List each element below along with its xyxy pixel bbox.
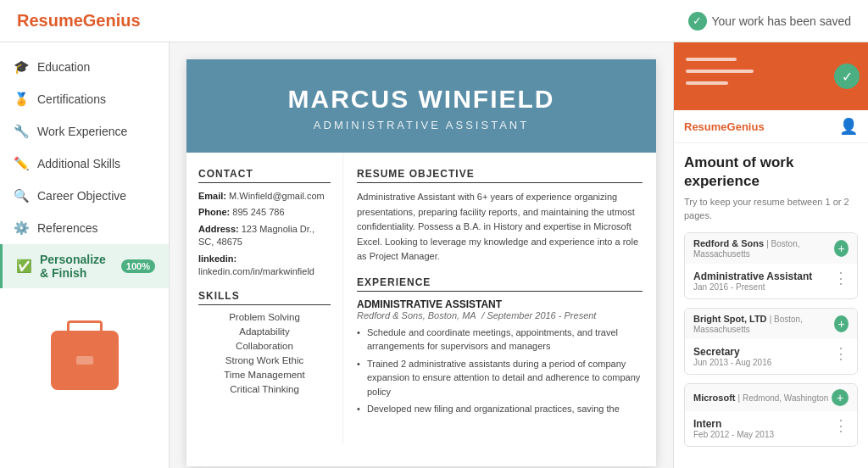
work-entry-header-0: Redford & Sons | Boston, Massachusetts + (685, 233, 857, 264)
resume-body: CONTACT Email: M.Winfield@gmail.com Phon… (186, 153, 656, 443)
add-entry-button-2[interactable]: + (832, 389, 849, 406)
sidebar-item-references[interactable]: ⚙️ References (0, 212, 169, 244)
sidebar-item-label: Personalize & Finish (40, 253, 113, 280)
logo-text-regular: Resume (17, 11, 83, 30)
work-experience-icon: 🔧 (14, 124, 29, 139)
save-status-text: Your work has been saved (712, 14, 851, 28)
save-status-bar: ✓ Your work has been saved (688, 12, 851, 31)
work-entry-2: Microsoft | Redmond, Washington + Intern… (684, 383, 858, 447)
contact-section-title: CONTACT (198, 168, 331, 183)
app-logo: ResumeGenius (17, 11, 141, 31)
certifications-icon: 🏅 (14, 92, 29, 107)
experience-title: EXPERIENCE (357, 276, 643, 292)
resume-card: MARCUS WINFIELD ADMINISTRATIVE ASSISTANT… (186, 59, 656, 466)
resume-right-col: RESUME OBJECTIVE Administrative Assistan… (343, 153, 656, 443)
right-panel: ✓ ResumeGenius 👤 Amount of work experien… (673, 42, 868, 468)
app-header: ResumeGenius ✓ Your work has been saved (0, 0, 868, 42)
panel-header: ResumeGenius 👤 (674, 110, 868, 143)
skill-item-2: Collaboration (198, 341, 331, 351)
references-icon: ⚙️ (14, 220, 29, 236)
resume-left-col: CONTACT Email: M.Winfield@gmail.com Phon… (186, 153, 343, 443)
panel-line-1 (686, 58, 737, 61)
sidebar-item-certifications[interactable]: 🏅 Certifications (0, 83, 169, 115)
skill-item-3: Strong Work Ethic (198, 355, 331, 365)
sidebar-item-label: Career Objective (37, 189, 155, 203)
sidebar-item-label: Education (37, 60, 155, 74)
work-entry-header-2: Microsoft | Redmond, Washington + (685, 384, 857, 411)
main-content: 🎓 Education 🏅 Certifications 🔧 Work Expe… (0, 42, 868, 468)
additional-skills-icon: ✏️ (14, 156, 29, 171)
sidebar-item-work-experience[interactable]: 🔧 Work Experience (0, 115, 169, 148)
panel-content: Amount of work experience Try to keep yo… (674, 143, 868, 465)
work-entry-body-1: Secretary Jun 2013 - Aug 2016 ⋮ (685, 339, 857, 374)
panel-line-2 (686, 70, 754, 73)
add-entry-button-1[interactable]: + (834, 315, 849, 332)
entry-title-1: Secretary (693, 346, 771, 358)
exp-bullet-2: Developed new filing and organizational … (357, 402, 643, 416)
resume-job-title: ADMINISTRATIVE ASSISTANT (203, 119, 639, 131)
top-check-button[interactable]: ✓ (834, 64, 860, 89)
entry-more-button-0[interactable]: ⋮ (833, 270, 849, 286)
sidebar-item-label: Additional Skills (37, 157, 155, 170)
exp-job-title: ADMINISTRATIVE ASSISTANT (357, 298, 643, 310)
sidebar-item-career-objective[interactable]: 🔍 Career Objective (0, 180, 169, 212)
sidebar-item-label: References (37, 221, 155, 235)
sidebar-item-additional-skills[interactable]: ✏️ Additional Skills (0, 148, 169, 180)
exp-bullet-1: Trained 2 administrative assistants duri… (357, 357, 643, 399)
email-field: Email: M.Winfield@gmail.com (198, 190, 331, 203)
entry-location-2: | Redmond, Washington (738, 393, 829, 403)
exp-bullet-0: Schedule and coordinate meetings, appoin… (357, 326, 643, 354)
progress-badge: 100% (121, 259, 155, 273)
work-entry-header-1: Bright Spot, LTD | Boston, Massachusetts… (685, 309, 857, 339)
career-objective-icon: 🔍 (14, 188, 29, 203)
panel-subtext: Try to keep your resume between 1 or 2 p… (684, 196, 858, 222)
resume-preview-area: MARCUS WINFIELD ADMINISTRATIVE ASSISTANT… (170, 42, 673, 468)
panel-heading: Amount of work experience (684, 153, 858, 191)
linkedin-field: linkedin: linkedin.com/in/markwinfield (198, 253, 331, 279)
skill-item-0: Problem Solving (198, 312, 331, 322)
experience-section: EXPERIENCE ADMINISTRATIVE ASSISTANT Redf… (357, 276, 643, 416)
skill-item-4: Time Management (198, 370, 331, 380)
briefcase-illustration (51, 331, 119, 390)
logo-text-accent: Genius (83, 11, 141, 30)
sidebar-item-label: Work Experience (37, 125, 155, 138)
sidebar-illustration (0, 288, 169, 407)
personalize-icon: ✅ (16, 259, 31, 274)
address-field: Address: 123 Magnolia Dr., SC, 48675 (198, 223, 331, 249)
entry-company-2: Microsoft (693, 393, 736, 403)
objective-section: RESUME OBJECTIVE Administrative Assistan… (357, 168, 643, 265)
skills-section-title: SKILLS (198, 290, 331, 305)
objective-title: RESUME OBJECTIVE (357, 168, 643, 183)
sidebar-item-education[interactable]: 🎓 Education (0, 51, 169, 83)
skill-item-5: Critical Thinking (198, 384, 331, 394)
work-entry-body-0: Administrative Assistant Jan 2016 - Pres… (685, 264, 857, 298)
phone-field: Phone: 895 245 786 (198, 206, 331, 219)
panel-top-decoration: ✓ (674, 42, 868, 110)
resume-header: MARCUS WINFIELD ADMINISTRATIVE ASSISTANT (186, 59, 656, 153)
entry-company-1: Bright Spot, LTD (693, 314, 767, 324)
entry-dates-0: Jan 2016 - Present (693, 282, 812, 292)
work-entry-0: Redford & Sons | Boston, Massachusetts +… (684, 232, 858, 299)
entry-title-0: Administrative Assistant (693, 270, 812, 282)
skill-item-1: Adaptability (198, 326, 331, 337)
entry-title-2: Intern (693, 418, 774, 430)
exp-company-dates: Redford & Sons, Boston, MA / September 2… (357, 310, 643, 320)
entry-more-button-2[interactable]: ⋮ (833, 418, 849, 433)
work-entry-1: Bright Spot, LTD | Boston, Massachusetts… (684, 308, 858, 375)
panel-logo: ResumeGenius (684, 120, 765, 133)
entry-dates-1: Jun 2013 - Aug 2016 (693, 358, 771, 367)
entry-company-0: Redford & Sons (693, 238, 764, 248)
entry-dates-2: Feb 2012 - May 2013 (693, 430, 774, 439)
add-entry-button-0[interactable]: + (834, 240, 849, 257)
sidebar-item-personalize-finish[interactable]: ✅ Personalize & Finish 100% (0, 244, 169, 288)
panel-line-3 (686, 81, 728, 85)
education-icon: 🎓 (14, 59, 29, 75)
resume-name: MARCUS WINFIELD (203, 85, 639, 114)
sidebar: 🎓 Education 🏅 Certifications 🔧 Work Expe… (0, 42, 170, 468)
save-check-icon: ✓ (688, 12, 707, 31)
entry-more-button-1[interactable]: ⋮ (833, 346, 849, 361)
objective-text: Administrative Assistant with 6+ years o… (357, 190, 643, 265)
user-icon[interactable]: 👤 (839, 117, 858, 136)
work-entry-body-2: Intern Feb 2012 - May 2013 ⋮ (685, 411, 857, 446)
sidebar-item-label: Certifications (37, 92, 155, 106)
